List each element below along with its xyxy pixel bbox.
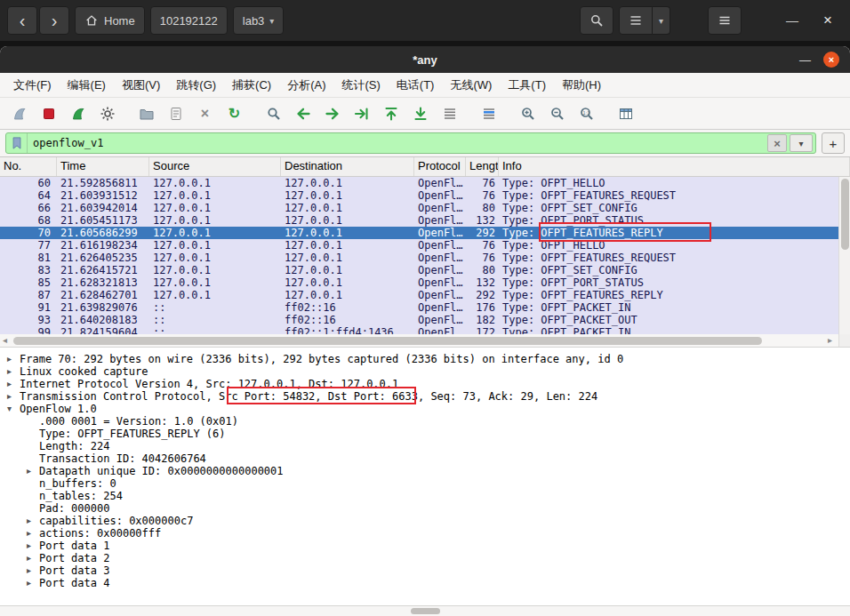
detail-line-3[interactable]: ▸Transmission Control Protocol, Src Port…	[0, 390, 850, 403]
collapsed-arrow-icon[interactable]: ▸	[7, 353, 20, 365]
packet-row-77[interactable]: 7721.616198234127.0.0.1127.0.0.1OpenFl…7…	[0, 239, 838, 252]
collapsed-arrow-icon[interactable]: ▸	[27, 527, 39, 540]
go-bottom-button[interactable]	[406, 101, 434, 126]
menu-item-7[interactable]: 电话(T)	[389, 77, 443, 93]
pathbar-102192122[interactable]: 102192122	[150, 6, 228, 35]
display-filter-input[interactable]: openflow_v1 × ▾	[5, 132, 816, 154]
detail-line-6[interactable]: Type: OFPT_FEATURES_REPLY (6)	[0, 428, 850, 440]
view-options-button[interactable]: ▾	[653, 6, 670, 35]
menu-item-2[interactable]: 视图(V)	[114, 77, 168, 93]
close-button[interactable]: ×	[823, 52, 839, 68]
detail-line-7[interactable]: Length: 224	[0, 440, 850, 452]
expanded-arrow-icon[interactable]: ▾	[7, 403, 20, 415]
column-header-protocol[interactable]: Protocol	[414, 157, 466, 176]
packet-row-91[interactable]: 9121.639829076::ff02::16OpenFl…176Type: …	[0, 301, 838, 314]
capture-options-button[interactable]	[93, 101, 121, 126]
collapsed-arrow-icon[interactable]: ▸	[7, 365, 20, 378]
detail-line-15[interactable]: ▸Port data 1	[0, 540, 850, 552]
zoom-reset-button[interactable]: 1:1	[573, 101, 600, 126]
collapsed-arrow-icon[interactable]: ▸	[27, 577, 39, 589]
detail-line-16[interactable]: ▸Port data 2	[0, 552, 850, 564]
packet-row-93[interactable]: 9321.640208183::ff02::16OpenFl…182Type: …	[0, 314, 838, 326]
vertical-scrollbar[interactable]	[838, 177, 850, 334]
detail-line-4[interactable]: ▾OpenFlow 1.0	[0, 403, 850, 415]
colorize-button[interactable]	[475, 101, 502, 126]
start-capture-button[interactable]	[5, 101, 33, 126]
search-button[interactable]	[580, 6, 613, 35]
scroll-right-icon[interactable]: ▸	[828, 335, 832, 345]
menu-item-6[interactable]: 统计(S)	[333, 77, 388, 93]
column-header-destination[interactable]: Destination	[281, 157, 414, 176]
detail-line-1[interactable]: ▸Linux cooked capture	[0, 365, 850, 378]
menu-item-9[interactable]: 工具(T)	[500, 77, 554, 93]
auto-scroll-button[interactable]	[436, 101, 463, 126]
stop-capture-button[interactable]	[35, 101, 62, 126]
collapsed-arrow-icon[interactable]: ▸	[7, 378, 20, 390]
detail-line-8[interactable]: Transaction ID: 4042606764	[0, 452, 850, 465]
packet-row-85[interactable]: 8521.628321813127.0.0.1127.0.0.1OpenFl…1…	[0, 276, 838, 289]
details-horizontal-scrollbar[interactable]	[0, 605, 850, 616]
restart-capture-button[interactable]	[64, 101, 92, 126]
column-header-no[interactable]: No.	[0, 157, 57, 176]
detail-line-17[interactable]: ▸Port data 3	[0, 564, 850, 577]
column-header-length[interactable]: Length	[466, 157, 499, 176]
detail-line-10[interactable]: n_buffers: 0	[0, 477, 850, 490]
detail-line-13[interactable]: ▸capabilities: 0x000000c7	[0, 515, 850, 527]
back-button[interactable]: ‹	[7, 6, 37, 35]
packet-row-64[interactable]: 6421.603931512127.0.0.1127.0.0.1OpenFl…7…	[0, 189, 838, 202]
column-header-source[interactable]: Source	[149, 157, 281, 176]
wireshark-titlebar[interactable]: *any — ×	[0, 46, 850, 73]
pathbar-home[interactable]: Home	[75, 6, 145, 35]
collapsed-arrow-icon[interactable]: ▸	[7, 390, 20, 403]
filter-clear-button[interactable]: ×	[767, 134, 787, 152]
save-file-button[interactable]	[162, 101, 189, 126]
menu-item-3[interactable]: 跳转(G)	[168, 77, 224, 93]
collapsed-arrow-icon[interactable]: ▸	[27, 552, 39, 564]
pathbar-lab3[interactable]: lab3 ▾	[233, 6, 285, 35]
zoom-out-button[interactable]	[543, 101, 571, 126]
open-file-button[interactable]	[132, 101, 160, 126]
bookmark-icon[interactable]	[6, 133, 28, 153]
vertical-scrollbar-thumb[interactable]	[841, 179, 849, 250]
resize-columns-button[interactable]	[612, 101, 639, 126]
detail-line-9[interactable]: ▸Datapath unique ID: 0x0000000000000001	[0, 465, 850, 477]
details-scrollbar-thumb[interactable]	[411, 608, 440, 614]
filter-dropdown-button[interactable]: ▾	[790, 134, 813, 152]
horizontal-scrollbar-thumb[interactable]	[13, 337, 762, 345]
packet-row-99[interactable]: 9921.824159604::ff02::1:ffd4:1436OpenFl……	[0, 326, 838, 334]
go-top-button[interactable]	[377, 101, 405, 126]
packet-row-60[interactable]: 6021.592856811127.0.0.1127.0.0.1OpenFl…7…	[0, 177, 838, 189]
reload-button[interactable]: ↻	[221, 101, 248, 126]
fm-close-button[interactable]: ×	[813, 6, 843, 35]
detail-line-14[interactable]: ▸actions: 0x00000fff	[0, 527, 850, 540]
detail-line-18[interactable]: ▸Port data 4	[0, 577, 850, 589]
packet-row-66[interactable]: 6621.603942014127.0.0.1127.0.0.1OpenFl…8…	[0, 202, 838, 214]
go-back-button[interactable]	[289, 101, 317, 126]
horizontal-scrollbar[interactable]: ◂ ▸	[0, 334, 850, 348]
menu-item-8[interactable]: 无线(W)	[442, 77, 500, 93]
filter-add-button[interactable]: +	[822, 132, 845, 154]
detail-line-12[interactable]: Pad: 000000	[0, 502, 850, 515]
forward-button[interactable]: ›	[39, 6, 69, 35]
collapsed-arrow-icon[interactable]: ▸	[27, 465, 39, 477]
detail-line-5[interactable]: .000 0001 = Version: 1.0 (0x01)	[0, 415, 850, 428]
packet-row-87[interactable]: 8721.628462701127.0.0.1127.0.0.1OpenFl…2…	[0, 289, 838, 301]
list-view-button[interactable]	[619, 6, 653, 35]
menu-item-4[interactable]: 捕获(C)	[224, 77, 279, 93]
close-file-button[interactable]: ×	[191, 101, 219, 126]
packet-row-70[interactable]: 7021.605686299127.0.0.1127.0.0.1OpenFl…2…	[0, 227, 838, 239]
packet-row-81[interactable]: 8121.626405235127.0.0.1127.0.0.1OpenFl…7…	[0, 252, 838, 264]
detail-line-2[interactable]: ▸Internet Protocol Version 4, Src: 127.0…	[0, 378, 850, 390]
menu-item-10[interactable]: 帮助(H)	[554, 77, 609, 93]
menu-item-0[interactable]: 文件(F)	[5, 77, 60, 93]
go-forward-button[interactable]	[318, 101, 346, 126]
scroll-left-icon[interactable]: ◂	[3, 335, 7, 345]
detail-line-0[interactable]: ▸Frame 70: 292 bytes on wire (2336 bits)…	[0, 353, 850, 365]
column-header-time[interactable]: Time	[57, 157, 149, 176]
collapsed-arrow-icon[interactable]: ▸	[27, 564, 39, 577]
collapsed-arrow-icon[interactable]: ▸	[27, 515, 39, 527]
fm-minimize-button[interactable]: —	[777, 6, 807, 35]
detail-line-11[interactable]: n_tables: 254	[0, 490, 850, 502]
menu-item-1[interactable]: 编辑(E)	[60, 77, 114, 93]
menu-item-5[interactable]: 分析(A)	[279, 77, 333, 93]
